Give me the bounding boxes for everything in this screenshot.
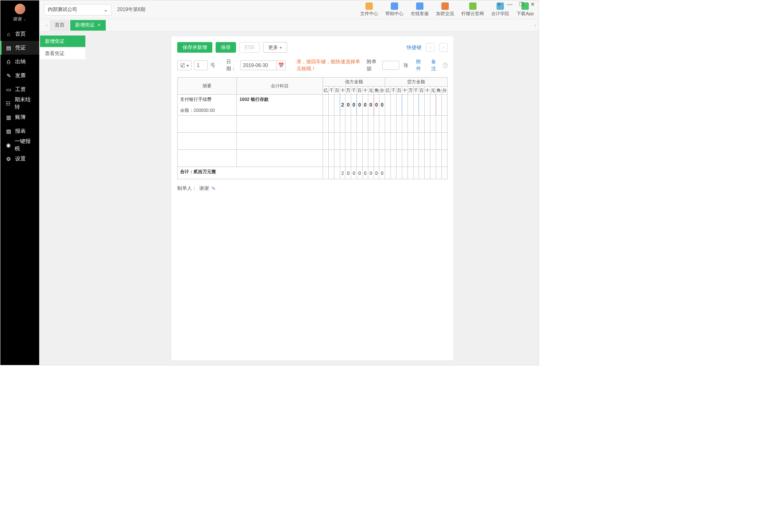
avatar[interactable] xyxy=(15,4,25,14)
credit-digit[interactable] xyxy=(391,133,396,150)
debit-digit[interactable] xyxy=(340,150,345,167)
debit-digit[interactable] xyxy=(328,116,334,133)
debit-digit[interactable] xyxy=(334,133,340,150)
debit-digit[interactable] xyxy=(368,116,374,133)
debit-digit[interactable] xyxy=(328,95,334,116)
username[interactable]: 谢谢 xyxy=(0,16,39,27)
debit-digit[interactable]: 0 xyxy=(362,95,368,116)
credit-digit[interactable] xyxy=(441,167,447,179)
help-icon[interactable]: ? xyxy=(443,62,448,68)
submenu-item-0[interactable]: 新增凭证 xyxy=(40,36,85,47)
credit-digit[interactable] xyxy=(419,150,425,167)
credit-digit[interactable] xyxy=(425,167,430,179)
debit-digit[interactable] xyxy=(357,150,363,167)
date-input[interactable]: 2019-06-30 xyxy=(240,60,277,70)
debit-digit[interactable] xyxy=(351,116,357,133)
credit-digit[interactable] xyxy=(385,167,391,179)
credit-digit[interactable] xyxy=(419,133,425,150)
minimize-icon[interactable]: — xyxy=(506,1,514,7)
tab-0[interactable]: 首页 xyxy=(50,20,69,31)
debit-digit[interactable]: 0 xyxy=(345,95,351,116)
debit-digit[interactable] xyxy=(323,150,329,167)
top-action-1[interactable]: 帮助中心 xyxy=(385,2,403,17)
more-button[interactable]: 更多 xyxy=(263,42,287,53)
credit-digit[interactable] xyxy=(385,150,391,167)
debit-digit[interactable]: 0 xyxy=(368,95,374,116)
debit-digit[interactable] xyxy=(351,133,357,150)
calendar-icon[interactable]: 📅 xyxy=(277,60,286,70)
nav-item-4[interactable]: ▭工资 xyxy=(0,82,39,96)
credit-digit[interactable] xyxy=(430,150,436,167)
top-action-4[interactable]: 柠檬云官网 xyxy=(461,2,484,17)
debit-digit[interactable] xyxy=(362,116,368,133)
account-cell-4[interactable] xyxy=(237,150,323,167)
debit-digit[interactable]: 0 xyxy=(357,167,363,179)
nav-item-9[interactable]: ⚙设置 xyxy=(0,152,39,166)
debit-digit[interactable] xyxy=(334,167,340,179)
debit-digit[interactable] xyxy=(340,116,345,133)
credit-digit[interactable] xyxy=(430,133,436,150)
voucher-type-select[interactable]: 记 xyxy=(177,60,192,70)
debit-digit[interactable] xyxy=(345,150,351,167)
credit-digit[interactable] xyxy=(436,150,441,167)
remark-link[interactable]: 备注 xyxy=(431,58,439,72)
credit-digit[interactable] xyxy=(396,133,402,150)
credit-digit[interactable] xyxy=(402,133,408,150)
print-button[interactable]: 打印 xyxy=(239,42,260,53)
summary-cell-2[interactable] xyxy=(178,116,237,133)
debit-digit[interactable]: 2 xyxy=(340,95,345,116)
credit-digit[interactable] xyxy=(413,133,419,150)
debit-digit[interactable] xyxy=(379,133,385,150)
credit-digit[interactable] xyxy=(408,95,413,116)
voucher-number-input[interactable]: 1 xyxy=(194,60,208,70)
debit-digit[interactable]: 0 xyxy=(345,167,351,179)
save-new-button[interactable]: 保存并新增 xyxy=(177,42,212,53)
debit-digit[interactable] xyxy=(323,133,329,150)
credit-digit[interactable] xyxy=(396,167,402,179)
debit-digit[interactable]: 0 xyxy=(368,167,374,179)
credit-digit[interactable] xyxy=(413,95,419,116)
debit-digit[interactable]: 2 xyxy=(340,167,345,179)
credit-digit[interactable] xyxy=(408,150,413,167)
debit-digit[interactable] xyxy=(328,133,334,150)
credit-digit[interactable] xyxy=(413,150,419,167)
debit-digit[interactable] xyxy=(334,150,340,167)
credit-digit[interactable] xyxy=(419,95,425,116)
debit-digit[interactable] xyxy=(345,116,351,133)
credit-digit[interactable] xyxy=(402,95,408,116)
credit-digit[interactable] xyxy=(391,116,396,133)
debit-digit[interactable]: 0 xyxy=(351,95,357,116)
debit-digit[interactable] xyxy=(334,116,340,133)
next-voucher-button[interactable]: › xyxy=(439,43,448,52)
credit-digit[interactable] xyxy=(419,167,425,179)
debit-digit[interactable]: 0 xyxy=(351,167,357,179)
tab-close-icon[interactable]: ✕ xyxy=(97,22,101,28)
debit-digit[interactable] xyxy=(323,167,329,179)
credit-digit[interactable] xyxy=(385,116,391,133)
debit-digit[interactable]: 0 xyxy=(374,167,379,179)
credit-digit[interactable] xyxy=(425,116,430,133)
credit-digit[interactable] xyxy=(408,167,413,179)
debit-digit[interactable]: 0 xyxy=(374,95,379,116)
shortcut-link[interactable]: 快捷键 xyxy=(407,44,421,51)
debit-digit[interactable] xyxy=(374,133,379,150)
credit-digit[interactable] xyxy=(441,116,447,133)
credit-digit[interactable] xyxy=(441,95,447,116)
debit-digit[interactable] xyxy=(351,150,357,167)
credit-digit[interactable] xyxy=(436,116,441,133)
debit-digit[interactable] xyxy=(362,133,368,150)
tab-scroll-right[interactable]: › xyxy=(532,22,539,28)
debit-digit[interactable]: 0 xyxy=(362,167,368,179)
tab-scroll-left[interactable]: ‹ xyxy=(43,22,50,28)
credit-digit[interactable] xyxy=(402,116,408,133)
debit-digit[interactable]: 0 xyxy=(379,95,385,116)
debit-digit[interactable] xyxy=(362,150,368,167)
credit-digit[interactable] xyxy=(436,95,441,116)
company-select[interactable]: 内部测试公司 ⌄ xyxy=(44,4,111,16)
credit-digit[interactable] xyxy=(425,150,430,167)
debit-digit[interactable] xyxy=(328,167,334,179)
top-action-2[interactable]: 在线客服 xyxy=(411,2,429,17)
debit-digit[interactable] xyxy=(345,133,351,150)
credit-digit[interactable] xyxy=(436,133,441,150)
debit-digit[interactable] xyxy=(368,150,374,167)
